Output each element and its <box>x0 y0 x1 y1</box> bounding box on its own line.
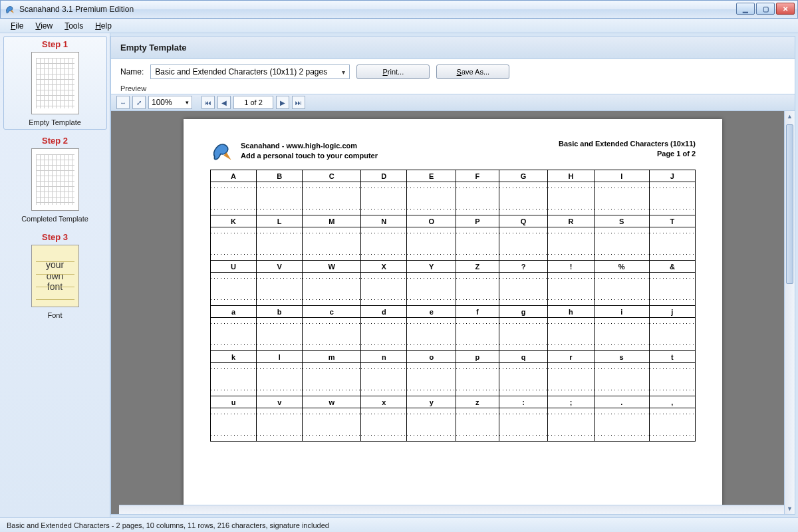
char-header: O <box>407 215 456 227</box>
char-cell <box>594 182 649 215</box>
char-header: S <box>594 215 649 227</box>
zoom-dropdown[interactable]: 100% <box>148 96 192 109</box>
window-title: Scanahand 3.1 Premium Edition <box>19 5 134 14</box>
step-thumbnail <box>31 52 79 114</box>
window-maximize-button[interactable]: ▢ <box>756 3 775 15</box>
char-header: V <box>257 261 303 273</box>
char-header: m <box>303 351 361 363</box>
next-page-button[interactable]: ▶ <box>276 96 289 109</box>
char-header: E <box>407 170 456 182</box>
menu-view[interactable]: View <box>30 20 58 32</box>
preview-pane: Scanahand - www.high-logic.com Add a per… <box>111 111 795 514</box>
char-header: Q <box>499 215 548 227</box>
menu-file[interactable]: File <box>5 20 29 32</box>
char-cell <box>407 318 456 351</box>
char-header: o <box>407 351 456 363</box>
step-3[interactable]: Step 3 your own font Font <box>3 229 107 323</box>
menu-help[interactable]: Help <box>90 20 117 32</box>
print-button[interactable]: Print... <box>356 65 430 79</box>
char-cell <box>303 318 361 351</box>
page-indicator[interactable]: 1 of 2 <box>233 96 273 109</box>
scrollbar-thumb[interactable] <box>786 124 793 284</box>
char-cell <box>594 408 649 442</box>
char-cell <box>548 363 594 396</box>
char-header: d <box>361 306 407 318</box>
char-header: y <box>407 396 456 408</box>
char-header: A <box>211 170 257 182</box>
page-set-title: Basic and Extended Characters (10x11) <box>559 139 696 149</box>
step-caption: Empty Template <box>5 118 105 126</box>
thumb-line: your <box>46 259 64 271</box>
prev-page-button[interactable]: ◀ <box>217 96 231 109</box>
content-heading: Empty Template <box>111 37 795 59</box>
page-tagline: Add a personal touch to your computer <box>241 151 378 161</box>
char-cell <box>456 363 499 396</box>
horizontal-scrollbar[interactable] <box>119 505 784 514</box>
char-header: ? <box>499 261 548 273</box>
char-cell <box>361 318 407 351</box>
char-cell <box>303 408 361 442</box>
fit-width-button[interactable]: ↔ <box>116 96 130 109</box>
char-header: I <box>594 170 649 182</box>
fit-page-button[interactable]: ⤢ <box>132 96 146 109</box>
char-cell <box>361 408 407 442</box>
step-2[interactable]: Step 2 Completed Template <box>3 132 107 226</box>
char-header: r <box>548 351 594 363</box>
thumb-line: font <box>47 281 63 293</box>
char-cell <box>257 363 303 396</box>
char-cell <box>649 273 695 306</box>
last-page-button[interactable]: ⏭ <box>292 96 305 109</box>
menubar: File View Tools Help <box>0 19 798 33</box>
char-cell <box>594 363 649 396</box>
char-cell <box>499 273 548 306</box>
char-cell <box>594 227 649 261</box>
menu-tools[interactable]: Tools <box>59 20 88 32</box>
char-header: f <box>456 306 499 318</box>
char-header: ; <box>548 396 594 408</box>
char-cell <box>548 408 594 442</box>
scroll-down-icon[interactable]: ▼ <box>785 503 795 514</box>
char-cell <box>649 408 695 442</box>
template-name-dropdown[interactable]: Basic and Extended Characters (10x11) 2 … <box>150 65 350 79</box>
character-grid: ABCDEFGHIJKLMNOPQRSTUVWXYZ?!%&abcdefghij… <box>210 170 696 442</box>
save-as-button[interactable]: Save As... <box>436 65 509 79</box>
char-header: K <box>211 215 257 227</box>
char-cell <box>257 227 303 261</box>
window-minimize-button[interactable]: ▁ <box>736 3 755 15</box>
zoom-value: 100% <box>152 98 172 107</box>
char-cell <box>211 408 257 442</box>
char-cell <box>594 318 649 351</box>
char-cell <box>303 182 361 215</box>
char-header: : <box>499 396 548 408</box>
char-cell <box>361 227 407 261</box>
vertical-scrollbar[interactable]: ▲ ▼ <box>784 111 795 514</box>
char-cell <box>594 273 649 306</box>
char-header: w <box>303 396 361 408</box>
char-header: t <box>649 351 695 363</box>
char-cell <box>361 363 407 396</box>
char-cell <box>649 227 695 261</box>
window-close-button[interactable]: ✕ <box>776 3 795 15</box>
char-header: Z <box>456 261 499 273</box>
char-header: e <box>407 306 456 318</box>
char-cell <box>456 318 499 351</box>
char-header: N <box>361 215 407 227</box>
char-header: s <box>594 351 649 363</box>
char-cell <box>303 273 361 306</box>
step-1[interactable]: Step 1 Empty Template <box>3 36 107 130</box>
char-cell <box>649 318 695 351</box>
first-page-button[interactable]: ⏮ <box>201 96 215 109</box>
scroll-up-icon[interactable]: ▲ <box>785 111 795 122</box>
char-cell <box>456 408 499 442</box>
char-cell <box>407 408 456 442</box>
char-cell <box>407 227 456 261</box>
char-header: M <box>303 215 361 227</box>
step-thumbnail: your own font <box>31 245 79 307</box>
char-header: c <box>303 306 361 318</box>
titlebar: Scanahand 3.1 Premium Edition ▁ ▢ ✕ <box>0 0 798 19</box>
char-cell <box>257 182 303 215</box>
dropdown-value: Basic and Extended Characters (10x11) 2 … <box>155 67 327 76</box>
preview-toolbar: ↔ ⤢ 100% ⏮ ◀ 1 of 2 ▶ ⏭ <box>111 94 795 111</box>
char-header: & <box>649 261 695 273</box>
char-header: j <box>649 306 695 318</box>
